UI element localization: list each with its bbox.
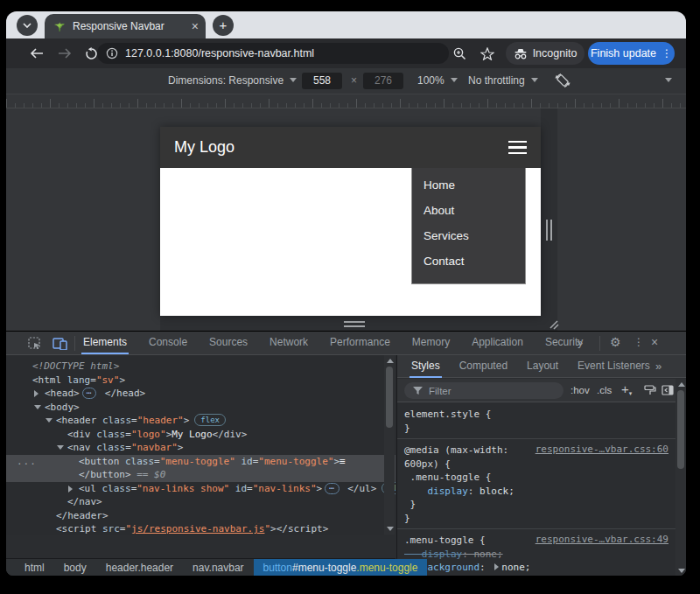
styles-more-tabs-button[interactable]: »: [655, 360, 662, 373]
dom-tree-node[interactable]: </button> == $0: [6, 468, 396, 482]
devtools-tab-elements[interactable]: Elements: [83, 332, 127, 354]
browser-tab[interactable]: Responsive Navbar ×: [45, 14, 206, 38]
zoom-select[interactable]: 100%: [417, 74, 458, 87]
inspect-element-button[interactable]: [27, 336, 43, 352]
back-button[interactable]: [28, 45, 46, 62]
expand-arrow-icon[interactable]: [68, 486, 73, 493]
collapse-arrow-icon[interactable]: [34, 405, 41, 409]
collapse-arrow-icon[interactable]: [57, 445, 64, 450]
nav-menu-item-contact[interactable]: Contact: [412, 248, 525, 274]
viewport-corner-resize-handle[interactable]: [547, 318, 559, 330]
dom-tree-node[interactable]: <div class="logo">My Logo</div>: [6, 428, 396, 442]
incognito-badge: Incognito: [506, 42, 584, 65]
style-rules: element.style {}responsive-…vbar.css:60@…: [397, 403, 676, 576]
flex-badge[interactable]: flex: [194, 414, 226, 426]
element-classes-button[interactable]: .cls: [597, 382, 612, 399]
scroll-up-icon[interactable]: [387, 359, 394, 363]
rotate-viewport-button[interactable]: [554, 72, 571, 92]
scroll-up-icon[interactable]: [678, 382, 685, 387]
stylesheet-source-link[interactable]: responsive-…vbar.css:60: [536, 444, 668, 455]
finish-update-label: Finish update: [591, 47, 656, 59]
devtools-close-button[interactable]: ×: [651, 335, 658, 349]
viewport-height-resize-handle[interactable]: [344, 321, 365, 327]
device-toolbar: Dimensions: Responsive 558 × 276 100% No…: [6, 68, 686, 94]
devtools-tab-application[interactable]: Application: [472, 332, 523, 354]
viewport-height-input[interactable]: 276: [363, 73, 403, 89]
browser-menu-icon[interactable]: ⋮: [662, 47, 672, 59]
more-content-badge[interactable]: ⋯: [82, 388, 96, 399]
tab-close-icon[interactable]: ×: [192, 20, 199, 32]
dom-tree-node[interactable]: </header>: [6, 509, 396, 523]
styles-tab-layout[interactable]: Layout: [527, 355, 558, 378]
dom-tree-node[interactable]: ...<button class="menu-toggle" id="menu-…: [6, 455, 396, 469]
zoom-icon[interactable]: [451, 45, 468, 62]
devtools-tab-memory[interactable]: Memory: [412, 332, 450, 354]
viewport-width-resize-handle[interactable]: [546, 220, 552, 241]
dom-tree-node[interactable]: <body>: [6, 401, 396, 415]
throttling-select[interactable]: No throttling: [468, 74, 538, 87]
chevron-down-icon: [23, 23, 32, 28]
finish-update-button[interactable]: Finish update ⋮: [588, 42, 675, 65]
tab-search-button[interactable]: [17, 15, 38, 36]
expand-value-icon[interactable]: [494, 563, 499, 570]
favicon-icon: [53, 20, 66, 32]
hamburger-menu-button[interactable]: [508, 141, 527, 155]
devtools-tab-console[interactable]: Console: [149, 332, 187, 354]
devtools-tab-performance[interactable]: Performance: [330, 332, 390, 354]
new-style-rule-button[interactable]: +▾: [621, 381, 632, 402]
scroll-down-icon[interactable]: [678, 569, 685, 573]
toggle-element-state-button[interactable]: :hov: [570, 382, 590, 399]
dom-tree-node[interactable]: <ul class="nav-links show" id="nav-links…: [6, 482, 396, 496]
url-text: 127.0.0.1:8080/responsive-navbar.html: [125, 47, 314, 59]
scroll-down-icon[interactable]: [387, 527, 394, 531]
breadcrumb-item-body[interactable]: body: [54, 559, 96, 576]
more-content-badge[interactable]: ⋯: [325, 483, 339, 494]
dom-tree-node[interactable]: <head>⋯ </head>: [6, 387, 396, 401]
new-tab-button[interactable]: +: [213, 15, 234, 36]
forward-button[interactable]: [56, 45, 74, 62]
devtools-menu-button[interactable]: ⋮: [634, 336, 644, 348]
nav-menu-item-about[interactable]: About: [412, 198, 525, 223]
nav-menu-item-services[interactable]: Services: [412, 223, 525, 248]
devtools-tab-sources[interactable]: Sources: [209, 332, 248, 354]
dom-tree-node[interactable]: <script src="js/responsive-navbar.js"></…: [6, 522, 396, 535]
script-source-link[interactable]: js/responsive-navbar.js: [131, 523, 264, 535]
styles-tab-event-listeners[interactable]: Event Listeners: [578, 355, 650, 378]
nav-menu-item-home[interactable]: Home: [412, 172, 525, 198]
breadcrumb-item-selected[interactable]: button#menu-toggle.menu-toggle: [254, 559, 428, 576]
css-rule[interactable]: element.style {}: [397, 403, 676, 439]
collapse-arrow-icon[interactable]: [46, 418, 52, 423]
dom-tree-node[interactable]: <!DOCTYPE html>: [6, 360, 396, 374]
bookmark-star-icon[interactable]: [479, 45, 496, 62]
styles-tab-computed[interactable]: Computed: [459, 355, 508, 378]
browser-window: Responsive Navbar × + 127.0.0.1:8080/res…: [6, 11, 686, 576]
css-rule[interactable]: responsive-…vbar.css:49.menu-toggle { di…: [397, 529, 676, 576]
dom-tree-node[interactable]: <header class="header">flex: [6, 414, 396, 428]
breadcrumb-item-html[interactable]: html: [15, 559, 54, 576]
device-canvas: My Logo HomeAboutServicesContact: [6, 108, 686, 331]
css-rule[interactable]: responsive-…vbar.css:60@media (max-width…: [397, 439, 676, 529]
rendering-emulation-button[interactable]: [644, 384, 656, 401]
more-tabs-button[interactable]: »: [577, 336, 583, 349]
breadcrumb-item-header[interactable]: header.header: [96, 559, 183, 576]
styles-scrollbar[interactable]: [676, 379, 686, 576]
url-bar[interactable]: 127.0.0.1:8080/responsive-navbar.html: [97, 43, 449, 64]
stylesheet-source-link[interactable]: responsive-…vbar.css:49: [536, 534, 668, 545]
styles-filter-input[interactable]: Filter: [404, 382, 564, 399]
elements-scrollbar[interactable]: [384, 355, 395, 535]
sidebar-dock-button[interactable]: [662, 384, 674, 401]
device-toolbar-toggle-button[interactable]: [52, 336, 67, 352]
dimensions-select[interactable]: Dimensions: Responsive: [168, 74, 297, 87]
breadcrumb-item-nav[interactable]: nav.navbar: [183, 559, 253, 576]
devtools-tab-network[interactable]: Network: [270, 332, 308, 354]
site-info-icon[interactable]: [106, 47, 118, 59]
devtools-settings-button[interactable]: ⚙: [610, 335, 621, 349]
viewport-width-input[interactable]: 558: [302, 73, 342, 89]
dom-tree-node[interactable]: <html lang="sv">: [6, 374, 396, 388]
styles-tab-styles[interactable]: Styles: [411, 355, 440, 378]
dom-tree-node[interactable]: <nav class="navbar">: [6, 441, 396, 455]
expand-arrow-icon[interactable]: [34, 390, 38, 397]
dom-tree-node[interactable]: </nav>: [6, 495, 396, 509]
filter-placeholder: Filter: [429, 386, 452, 396]
device-toolbar-more-button[interactable]: [665, 74, 672, 87]
